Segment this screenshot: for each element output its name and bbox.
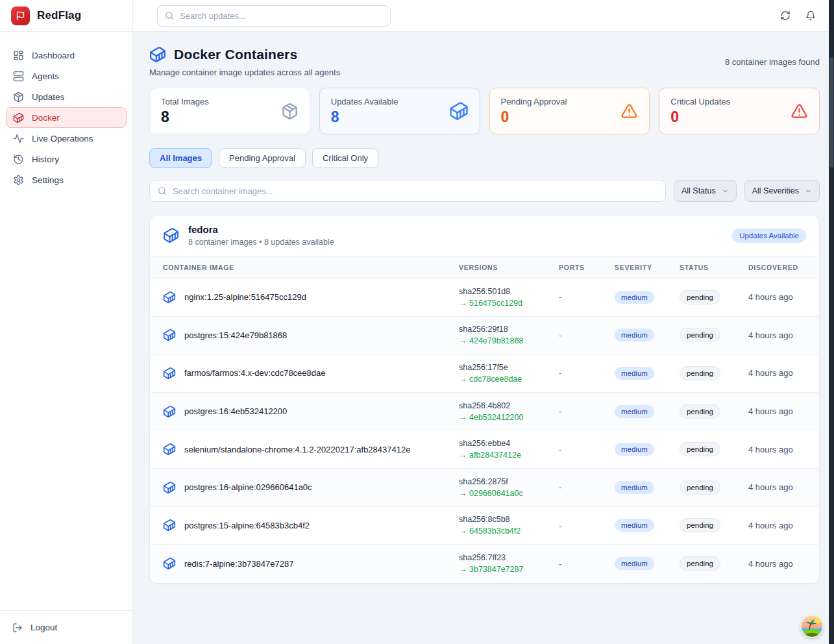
container-icon xyxy=(149,46,166,63)
sidebar-item-label: Settings xyxy=(32,175,64,185)
tab-all-images[interactable]: All Images xyxy=(149,148,212,168)
topbar-actions xyxy=(780,10,816,21)
page-scrollbar[interactable] xyxy=(829,0,834,644)
main-area: Docker Containers Manage container image… xyxy=(133,0,834,644)
table-row[interactable]: selenium/standalone-chrome:4.1.2-2022021… xyxy=(150,430,819,469)
versions-cell: sha256:29f18 → 424e79b81868 xyxy=(459,325,559,345)
page-subtitle: Manage container image updates across al… xyxy=(149,68,340,77)
discovered-cell: 4 hours ago xyxy=(748,406,806,416)
image-cell: postgres:15:424e79b81868 xyxy=(163,328,459,341)
topbar xyxy=(133,0,834,32)
sidebar-item-agents[interactable]: Agents xyxy=(6,66,127,86)
sidebar-item-updates[interactable]: Updates xyxy=(6,86,127,107)
tab-critical-only[interactable]: Critical Only xyxy=(312,148,378,168)
status-filter-select[interactable]: All Status xyxy=(674,180,737,202)
image-cell: redis:7-alpine:3b73847e7287 xyxy=(163,557,459,570)
current-version: sha256:29f18 xyxy=(459,325,559,334)
server-icon xyxy=(13,71,24,82)
tab-pending-approval[interactable]: Pending Approval xyxy=(219,148,306,168)
ports-cell: - xyxy=(559,292,615,302)
status-badge: pending xyxy=(680,556,720,571)
sidebar-item-history[interactable]: History xyxy=(6,149,127,169)
sidebar-item-label: Docker xyxy=(32,113,60,123)
versions-cell: sha256:4b802 → 4eb532412200 xyxy=(459,401,559,422)
image-search[interactable] xyxy=(149,180,666,202)
status-cell: pending xyxy=(680,442,748,456)
sidebar-item-live-operations[interactable]: Live Operations xyxy=(6,128,127,149)
container-icon xyxy=(163,367,176,380)
current-version: sha256:4b802 xyxy=(459,401,559,410)
status-badge: pending xyxy=(680,290,720,304)
refresh-icon[interactable] xyxy=(780,10,791,21)
filter-row: All Status All Severities xyxy=(149,180,820,202)
column-header-severity: SEVERITY xyxy=(615,264,680,271)
table-header: CONTAINER IMAGE VERSIONS PORTS SEVERITY … xyxy=(150,256,819,279)
sidebar-item-settings[interactable]: Settings xyxy=(6,169,127,190)
stat-value: 0 xyxy=(501,108,567,126)
global-search[interactable] xyxy=(157,5,391,27)
alert-triangle-icon xyxy=(791,103,808,120)
table-row[interactable]: postgres:16-alpine:029660641a0c sha256:2… xyxy=(150,469,819,507)
scrollbar-thumb[interactable] xyxy=(829,57,833,167)
image-name: farmos/farmos:4.x-dev:cdc78cee8dae xyxy=(184,368,326,378)
severity-badge: medium xyxy=(615,443,654,456)
page-header: Docker Containers Manage container image… xyxy=(149,46,820,77)
dashboard-icon xyxy=(13,50,24,61)
target-version: → 4eb532412200 xyxy=(459,413,559,422)
redflag-logo xyxy=(11,6,30,25)
bell-icon[interactable] xyxy=(805,10,816,21)
target-version: → 64583b3cb4f2 xyxy=(459,526,559,536)
ports-cell: - xyxy=(559,559,615,569)
page-header-left: Docker Containers Manage container image… xyxy=(149,46,340,77)
table-row[interactable]: postgres:15-alpine:64583b3cb4f2 sha256:8… xyxy=(150,507,819,545)
app-window: RedFlag Dashboard Agents Updates Docker … xyxy=(0,0,834,644)
search-icon xyxy=(165,11,174,20)
ports-cell: - xyxy=(559,482,615,492)
stat-total-images: Total Images 8 xyxy=(149,88,310,134)
image-cell: nginx:1.25-alpine:516475cc129d xyxy=(163,291,459,304)
ports-cell: - xyxy=(559,368,615,378)
column-header-discovered: DISCOVERED xyxy=(748,264,806,271)
container-icon xyxy=(163,328,176,341)
status-cell: pending xyxy=(680,556,748,571)
logout-button[interactable]: Logout xyxy=(6,617,127,638)
global-search-input[interactable] xyxy=(180,11,383,21)
current-version: sha256:8c5b8 xyxy=(459,515,559,524)
table-row[interactable]: postgres:15:424e79b81868 sha256:29f18 → … xyxy=(150,317,819,355)
sidebar: RedFlag Dashboard Agents Updates Docker … xyxy=(0,0,133,644)
status-badge: pending xyxy=(680,404,720,419)
status-cell: pending xyxy=(680,480,748,495)
ports-cell: - xyxy=(559,406,615,416)
search-icon xyxy=(158,186,167,195)
logout-label: Logout xyxy=(31,623,57,632)
versions-cell: sha256:17f5e → cdc78cee8dae xyxy=(459,363,559,384)
target-version: → 424e79b81868 xyxy=(459,336,559,345)
table-row[interactable]: farmos/farmos:4.x-dev:cdc78cee8dae sha25… xyxy=(150,354,819,393)
stat-value: 8 xyxy=(331,108,399,126)
target-version: → cdc78cee8dae xyxy=(459,375,559,384)
stat-value: 8 xyxy=(161,108,209,126)
table-row[interactable]: nginx:1.25-alpine:516475cc129d sha256:50… xyxy=(150,279,819,317)
table-row[interactable]: postgres:16:4eb532412200 sha256:4b802 → … xyxy=(150,393,819,431)
severity-badge: medium xyxy=(615,405,654,418)
discovered-cell: 4 hours ago xyxy=(748,330,806,340)
sidebar-spacer xyxy=(0,190,132,610)
stat-label: Critical Updates xyxy=(670,97,730,106)
island-icon[interactable] xyxy=(800,615,824,638)
filter-tabs: All Images Pending Approval Critical Onl… xyxy=(149,148,820,168)
image-cell: postgres:16-alpine:029660641a0c xyxy=(163,481,459,494)
sidebar-item-dashboard[interactable]: Dashboard xyxy=(6,45,127,66)
image-search-input[interactable] xyxy=(173,186,657,196)
sidebar-item-label: Dashboard xyxy=(32,51,75,60)
sidebar-footer: Logout xyxy=(0,610,132,644)
sidebar-item-docker[interactable]: Docker xyxy=(6,107,127,128)
current-version: sha256:7ff23 xyxy=(459,553,559,562)
severity-filter-select[interactable]: All Severities xyxy=(744,180,820,202)
stat-label: Total Images xyxy=(161,97,209,106)
stats-row: Total Images 8 Updates Available 8 Pendi… xyxy=(149,88,820,134)
updates-available-badge: Updates Available xyxy=(732,229,806,243)
table-row[interactable]: redis:7-alpine:3b73847e7287 sha256:7ff23… xyxy=(150,545,819,583)
island-art xyxy=(800,615,824,638)
severity-badge: medium xyxy=(615,519,654,532)
image-name: nginx:1.25-alpine:516475cc129d xyxy=(184,292,306,302)
